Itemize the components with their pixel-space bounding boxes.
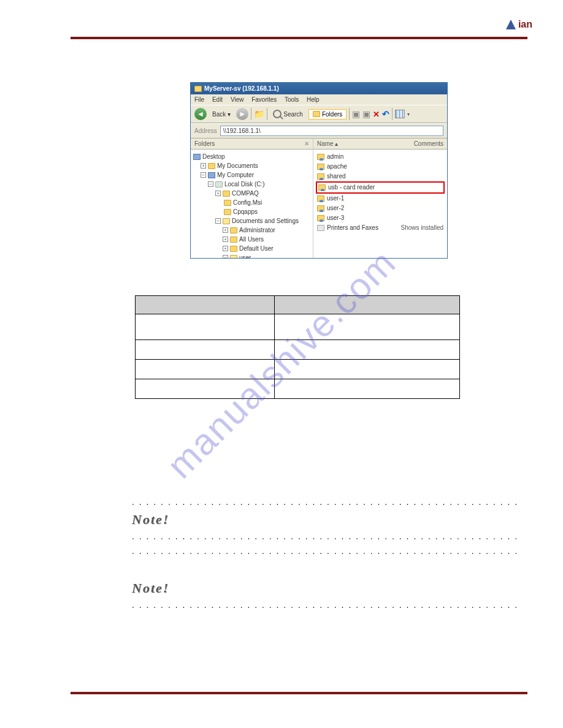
expand-icon[interactable]: + bbox=[223, 237, 228, 242]
copyto-icon[interactable]: ▣ bbox=[362, 109, 370, 119]
logo-text: ian bbox=[518, 19, 532, 30]
tree-compaq[interactable]: +COMPAQ bbox=[192, 189, 312, 198]
table-cell bbox=[136, 340, 275, 360]
table-cell bbox=[275, 340, 460, 360]
table-header-cell bbox=[275, 296, 460, 314]
list-item[interactable]: user-1 bbox=[316, 194, 445, 203]
shared-folder-icon bbox=[317, 173, 324, 180]
shared-folder-icon bbox=[317, 164, 324, 170]
moveto-icon[interactable]: ▣ bbox=[352, 109, 360, 119]
list-item-highlighted[interactable]: usb - card reader bbox=[316, 181, 445, 194]
column-comments[interactable]: Comments bbox=[414, 140, 443, 147]
note-label: Note! bbox=[132, 580, 169, 596]
menubar: File Edit View Favorites Tools Help bbox=[191, 94, 447, 105]
desktop-icon bbox=[193, 154, 201, 160]
list-item[interactable]: user-2 bbox=[316, 203, 445, 213]
list-item[interactable]: Printers and FaxesShows installed bbox=[316, 223, 445, 233]
expand-icon[interactable]: + bbox=[215, 191, 221, 196]
table-cell bbox=[136, 314, 275, 340]
drive-icon bbox=[215, 181, 223, 188]
folder-open-icon bbox=[223, 218, 230, 224]
shared-folder-icon bbox=[317, 154, 324, 160]
collapse-icon[interactable]: − bbox=[223, 255, 228, 258]
back-button[interactable]: ◄ bbox=[194, 108, 207, 120]
table-header-cell bbox=[136, 296, 275, 314]
shared-folder-icon bbox=[318, 184, 326, 191]
expand-icon[interactable]: + bbox=[201, 163, 206, 169]
back-label[interactable]: Back ▾ bbox=[209, 110, 234, 119]
address-bar: Address \\192.168.1.1\ bbox=[191, 123, 447, 138]
tree-desktop[interactable]: Desktop bbox=[192, 152, 312, 161]
expand-icon[interactable]: + bbox=[223, 227, 228, 233]
list-item[interactable]: admin bbox=[316, 152, 445, 162]
forward-button[interactable]: ► bbox=[236, 108, 248, 120]
data-table-wrap bbox=[132, 295, 506, 399]
search-icon bbox=[273, 110, 282, 118]
tree-defuser[interactable]: +Default User bbox=[192, 244, 312, 253]
list-item[interactable]: user-3 bbox=[316, 213, 445, 223]
tree-user[interactable]: −user bbox=[192, 253, 312, 258]
explorer-window: MyServer-sv (192.168.1.1) File Edit View… bbox=[190, 82, 448, 259]
search-button[interactable]: Search bbox=[270, 108, 306, 119]
folders-button[interactable]: Folders bbox=[308, 109, 347, 119]
folder-icon bbox=[230, 227, 237, 233]
computer-icon bbox=[208, 172, 215, 178]
tree-cpqapps[interactable]: Cpqapps bbox=[192, 207, 312, 216]
data-table bbox=[135, 295, 460, 399]
table-cell bbox=[275, 379, 460, 399]
shared-folder-icon bbox=[317, 195, 324, 202]
table-row bbox=[136, 314, 460, 340]
undo-icon[interactable]: ↶ bbox=[382, 109, 389, 119]
folder-icon bbox=[230, 246, 237, 252]
folders-header: Folders bbox=[194, 140, 215, 147]
column-name[interactable]: Name ▴ bbox=[317, 140, 414, 147]
collapse-icon[interactable]: − bbox=[201, 172, 206, 178]
menu-edit[interactable]: Edit bbox=[212, 96, 223, 103]
collapse-icon[interactable]: − bbox=[208, 181, 213, 187]
printer-icon bbox=[317, 225, 324, 231]
expand-icon[interactable]: + bbox=[223, 246, 228, 251]
tree-docset[interactable]: −Documents and Settings bbox=[192, 216, 312, 226]
folder-open-icon bbox=[230, 255, 237, 259]
menu-view[interactable]: View bbox=[231, 96, 244, 103]
folder-icon bbox=[224, 200, 231, 206]
views-icon[interactable] bbox=[395, 110, 405, 118]
delete-icon[interactable]: ✕ bbox=[373, 110, 380, 119]
menu-help[interactable]: Help bbox=[307, 96, 320, 103]
table-cell bbox=[136, 379, 275, 399]
table-header-row bbox=[136, 296, 460, 314]
address-input[interactable]: \\192.168.1.1\ bbox=[220, 126, 443, 136]
dotted-divider: . . . . . . . . . . . . . . . . . . . . … bbox=[132, 600, 523, 611]
menu-favorites[interactable]: Favorites bbox=[251, 96, 277, 103]
tree-admin[interactable]: +Administrator bbox=[192, 226, 312, 235]
logo: ian bbox=[505, 18, 532, 31]
menu-file[interactable]: File bbox=[194, 96, 204, 103]
folder-icon bbox=[208, 163, 215, 169]
svg-marker-0 bbox=[506, 20, 516, 29]
dotted-divider: . . . . . . . . . . . . . . . . . . . . … bbox=[132, 497, 523, 508]
notes-section: . . . . . . . . . . . . . . . . . . . . … bbox=[132, 497, 506, 611]
tree-mycomp[interactable]: −My Computer bbox=[192, 170, 312, 180]
tree-localdisk[interactable]: −Local Disk (C:) bbox=[192, 180, 312, 189]
up-icon[interactable]: 📁 bbox=[254, 109, 264, 119]
tree-mydocs[interactable]: +My Documents bbox=[192, 161, 312, 170]
folder-icon bbox=[224, 209, 231, 215]
toolbar: ◄ Back ▾ ► 📁 Search Folders ▣ ▣ ✕ ↶ ▾ bbox=[191, 105, 447, 123]
dotted-divider: . . . . . . . . . . . . . . . . . . . . … bbox=[132, 546, 523, 557]
shared-folder-icon bbox=[317, 205, 324, 211]
window-title: MyServer-sv (192.168.1.1) bbox=[204, 85, 279, 92]
close-icon[interactable]: ✕ bbox=[304, 140, 309, 147]
window-titlebar: MyServer-sv (192.168.1.1) bbox=[191, 83, 447, 94]
folder-tree: Folders✕ Desktop +My Documents −My Compu… bbox=[191, 138, 313, 258]
list-item[interactable]: shared bbox=[316, 172, 445, 181]
address-label: Address bbox=[194, 127, 217, 134]
table-cell bbox=[275, 360, 460, 379]
table-row bbox=[136, 379, 460, 399]
collapse-icon[interactable]: − bbox=[215, 218, 221, 224]
header-rule bbox=[71, 37, 527, 39]
tree-allusers[interactable]: +All Users bbox=[192, 235, 312, 244]
tree-configmsi[interactable]: Config.Msi bbox=[192, 198, 312, 207]
list-item[interactable]: apache bbox=[316, 162, 445, 172]
menu-tools[interactable]: Tools bbox=[285, 96, 299, 103]
folders-icon bbox=[313, 111, 320, 117]
